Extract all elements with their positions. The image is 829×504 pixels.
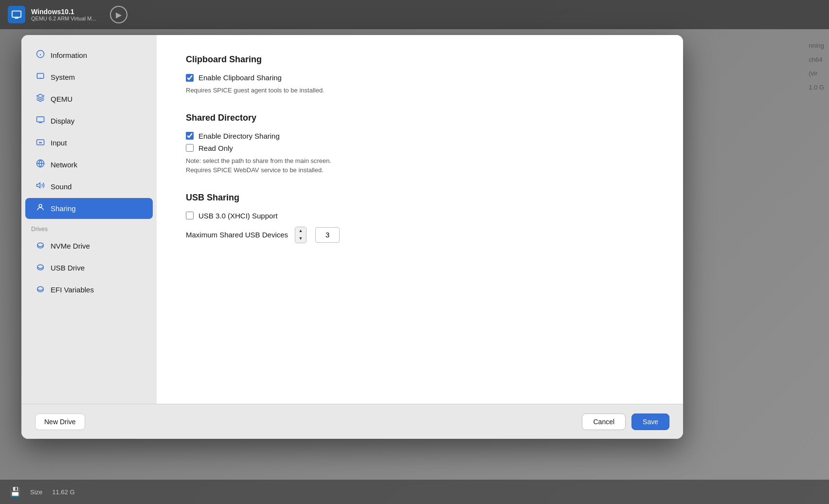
svg-rect-0	[12, 11, 21, 18]
cancel-button[interactable]: Cancel	[582, 414, 626, 430]
sidebar-item-network[interactable]: Network	[25, 154, 153, 175]
sidebar-item-input[interactable]: Input	[25, 132, 153, 153]
sidebar-label-information: Information	[51, 51, 87, 59]
enable-directory-label[interactable]: Enable Directory Sharing	[198, 132, 280, 140]
usb-drive-icon	[35, 262, 46, 273]
max-usb-row: Maximum Shared USB Devices ▲ ▼	[186, 227, 654, 243]
qemu-icon	[35, 93, 46, 105]
sidebar-label-display: Display	[51, 117, 74, 125]
sidebar: Information System	[21, 35, 157, 404]
directory-section: Shared Directory Enable Directory Sharin…	[186, 113, 654, 175]
usb-stepper[interactable]: ▲ ▼	[295, 227, 306, 243]
read-only-row: Read Only	[186, 144, 654, 152]
clipboard-section-title: Clipboard Sharing	[186, 54, 654, 65]
svg-point-25	[37, 265, 43, 269]
save-button[interactable]: Save	[631, 414, 669, 430]
sidebar-item-sharing[interactable]: Sharing	[25, 198, 153, 219]
play-button[interactable]: ▶	[110, 6, 127, 23]
sidebar-label-efi: EFI Variables	[51, 286, 94, 294]
sidebar-item-sound[interactable]: Sound	[25, 176, 153, 197]
enable-directory-row: Enable Directory Sharing	[186, 132, 654, 140]
vm-icon	[8, 6, 25, 23]
svg-point-21	[39, 204, 42, 207]
max-usb-input[interactable]	[315, 227, 340, 243]
sidebar-label-usb: USB Drive	[51, 264, 85, 272]
sidebar-item-display[interactable]: Display	[25, 110, 153, 131]
clipboard-section: Clipboard Sharing Enable Clipboard Shari…	[186, 54, 654, 95]
information-icon	[35, 50, 46, 61]
network-icon	[35, 159, 46, 170]
enable-clipboard-row: Enable Clipboard Sharing	[186, 73, 654, 82]
sidebar-label-network: Network	[51, 161, 77, 169]
max-usb-label: Maximum Shared USB Devices	[186, 231, 288, 239]
stepper-up-button[interactable]: ▲	[295, 227, 306, 235]
read-only-label[interactable]: Read Only	[198, 144, 233, 152]
settings-dialog: Information System	[21, 35, 683, 439]
svg-marker-20	[37, 183, 40, 188]
dialog-footer: New Drive Cancel Save	[21, 404, 683, 439]
drives-section-label: Drives	[21, 220, 157, 234]
usb-section-title: USB Sharing	[186, 193, 654, 203]
vm-title: Windows10.1	[31, 8, 96, 16]
svg-rect-9	[37, 117, 44, 122]
sidebar-item-system[interactable]: System	[25, 67, 153, 88]
sidebar-label-input: Input	[51, 139, 67, 147]
vm-title-block: Windows10.1 QEMU 6.2 ARM Virtual M...	[31, 8, 96, 21]
enable-clipboard-checkbox[interactable]	[186, 74, 194, 82]
footer-right: Cancel Save	[582, 414, 669, 430]
stepper-down-button[interactable]: ▼	[295, 235, 306, 243]
read-only-checkbox[interactable]	[186, 144, 194, 152]
usb-xhci-label[interactable]: USB 3.0 (XHCI) Support	[198, 212, 278, 220]
bottom-drive-icon: 💾	[10, 486, 20, 497]
usb-section: USB Sharing USB 3.0 (XHCI) Support Maxim…	[186, 193, 654, 243]
right-ambient-text: nning ch64 (vir 1.0 G	[809, 39, 824, 94]
usb-xhci-checkbox[interactable]	[186, 212, 194, 219]
svg-rect-6	[37, 73, 44, 79]
svg-point-28	[37, 287, 43, 290]
bottom-size-label: Size	[30, 488, 42, 496]
bottom-size-value: 11.62 G	[52, 488, 74, 496]
sidebar-item-efi[interactable]: EFI Variables	[25, 279, 153, 300]
efi-icon	[35, 284, 46, 295]
new-drive-button[interactable]: New Drive	[35, 414, 85, 430]
top-bar: Windows10.1 QEMU 6.2 ARM Virtual M... ▶	[0, 0, 829, 29]
vm-subtitle: QEMU 6.2 ARM Virtual M...	[31, 16, 96, 21]
content-panel: Clipboard Sharing Enable Clipboard Shari…	[157, 35, 683, 404]
sidebar-item-qemu[interactable]: QEMU	[25, 89, 153, 109]
footer-left: New Drive	[35, 414, 582, 430]
sound-icon	[35, 181, 46, 192]
sidebar-label-qemu: QEMU	[51, 95, 72, 103]
enable-directory-checkbox[interactable]	[186, 132, 194, 140]
input-icon	[35, 137, 46, 148]
display-icon	[35, 115, 46, 126]
directory-note: Note: select the path to share from the …	[186, 156, 654, 175]
nvme-icon	[35, 240, 46, 252]
system-icon	[35, 72, 46, 83]
sharing-icon	[35, 203, 46, 214]
clipboard-note: Requires SPICE guest agent tools to be i…	[186, 86, 654, 95]
sidebar-label-nvme: NVMe Drive	[51, 242, 90, 250]
svg-point-22	[37, 243, 43, 247]
enable-clipboard-label[interactable]: Enable Clipboard Sharing	[198, 73, 282, 82]
sidebar-item-nvme[interactable]: NVMe Drive	[25, 235, 153, 256]
sidebar-label-sharing: Sharing	[51, 204, 76, 213]
usb-xhci-row: USB 3.0 (XHCI) Support	[186, 212, 654, 220]
sidebar-label-system: System	[51, 73, 75, 81]
sidebar-item-usb[interactable]: USB Drive	[25, 257, 153, 278]
sidebar-item-information[interactable]: Information	[25, 45, 153, 66]
bottom-bar: 💾 Size 11.62 G	[0, 480, 829, 504]
directory-section-title: Shared Directory	[186, 113, 654, 123]
sidebar-label-sound: Sound	[51, 182, 72, 191]
